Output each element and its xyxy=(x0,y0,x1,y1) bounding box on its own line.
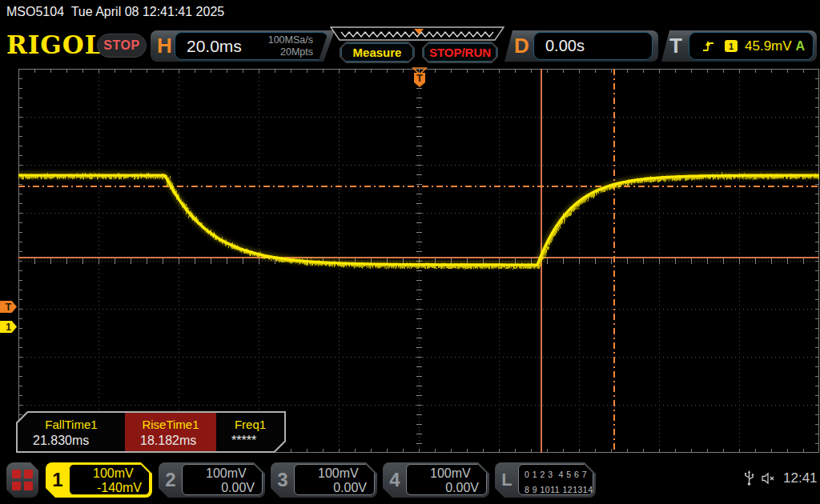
horizontal-panel: 20.0ms 100MSa/s 20Mpts xyxy=(175,32,328,60)
channel1-number: 1 xyxy=(46,462,70,498)
memory-position-strip[interactable] xyxy=(330,26,504,41)
digital-channels-row2: 8 9 1011 12131415 xyxy=(525,482,585,497)
trigger-level-flag[interactable]: T xyxy=(0,301,17,313)
trigger-level-flag-letter: T xyxy=(6,302,11,313)
falltime-label: FallTime1 xyxy=(18,418,125,431)
measurement-results-box: FallTime1 21.830ms RiseTime1 18.182ms Fr… xyxy=(16,411,286,453)
trigger-edge-icon xyxy=(702,40,715,53)
measure-button-label: Measure xyxy=(353,46,402,59)
channel1-offset: -140mV xyxy=(75,481,142,495)
clock: 12:41 xyxy=(783,470,818,486)
channel3-scale: 100mV xyxy=(318,466,359,481)
channel1-ground-flag-label: 1 xyxy=(6,322,11,333)
channel4-scale: 100mV xyxy=(430,466,471,481)
channel1-ground-flag[interactable]: 1 xyxy=(0,321,17,333)
memory-waveform-icon xyxy=(330,26,504,41)
usb-icon xyxy=(743,470,755,486)
channel2-box[interactable]: 2 100mV 0.00V xyxy=(159,462,265,498)
freq-value: ***** xyxy=(216,434,284,448)
delay-panel: 0.00s xyxy=(533,32,653,60)
trigger-block[interactable]: T 1 45.9mV A xyxy=(661,30,817,62)
measurement-falltime[interactable]: FallTime1 21.830ms xyxy=(18,413,125,451)
measure-button[interactable]: Measure xyxy=(340,42,415,63)
logic-analyzer-label: L xyxy=(495,462,519,498)
freq-label: Freq1 xyxy=(216,418,284,431)
measurement-freq[interactable]: Freq1 ***** xyxy=(216,413,284,451)
run-state-badge: STOP xyxy=(97,34,147,58)
trigger-level-value: 45.9mV xyxy=(745,38,792,54)
channel2-scale: 100mV xyxy=(206,466,247,481)
channel4-offset: 0.00V xyxy=(412,481,479,495)
measurement-risetime[interactable]: RiseTime1 18.182ms xyxy=(125,413,216,451)
channel2-number: 2 xyxy=(159,462,183,498)
timebase-value: 20.0ms xyxy=(187,37,242,56)
menu-button[interactable] xyxy=(6,462,38,498)
channel2-offset: 0.00V xyxy=(188,481,255,495)
stop-run-button[interactable]: STOP/RUN xyxy=(422,42,498,63)
model-and-datetime: MSO5104 Tue April 08 12:41:41 2025 xyxy=(6,5,224,19)
digital-channels-row1: 0 1 2 3 4 5 6 7 xyxy=(525,466,585,482)
channel1-box[interactable]: 1 100mV -140mV xyxy=(46,462,152,498)
run-state-text: STOP xyxy=(103,38,139,53)
trigger-mode: A xyxy=(795,39,805,54)
status-icons: 12:41 xyxy=(743,470,818,486)
horizontal-timebase-block[interactable]: H 20.0ms 100MSa/s 20Mpts xyxy=(151,30,335,62)
trigger-position-marker[interactable]: T xyxy=(407,66,432,91)
channel3-offset: 0.00V xyxy=(300,481,367,495)
delay-value: 0.00s xyxy=(545,37,585,55)
rigol-logo: RIGOL xyxy=(6,30,103,59)
risetime-value: 18.182ms xyxy=(125,434,216,448)
channel4-number: 4 xyxy=(383,462,407,498)
stop-run-button-label: STOP/RUN xyxy=(429,46,491,59)
menu-grid-icon xyxy=(12,470,33,490)
timestamp-bar: MSO5104 Tue April 08 12:41:41 2025 xyxy=(0,0,820,24)
horizontal-label: H xyxy=(157,34,172,58)
trigger-position-marker-letter: T xyxy=(416,72,423,84)
graticule: T xyxy=(18,69,819,453)
sample-rate: 100MSa/s xyxy=(268,34,313,46)
trigger-panel: 1 45.9mV A xyxy=(689,32,814,60)
trigger-source-badge: 1 xyxy=(725,40,738,52)
channel4-box[interactable]: 4 100mV 0.00V xyxy=(383,462,489,498)
falltime-value: 21.830ms xyxy=(18,434,125,448)
logic-analyzer-box[interactable]: L 0 1 2 3 4 5 6 7 8 9 1011 12131415 xyxy=(495,462,596,498)
trigger-label: T xyxy=(669,34,682,58)
channel1-waveform xyxy=(18,69,819,453)
channel1-scale: 100mV xyxy=(93,466,134,481)
delay-label: D xyxy=(514,34,529,58)
risetime-label: RiseTime1 xyxy=(125,418,216,431)
memory-depth: 20Mpts xyxy=(268,46,313,58)
sound-muted-icon xyxy=(762,472,777,485)
channel3-box[interactable]: 3 100mV 0.00V xyxy=(271,462,377,498)
delay-block[interactable]: D 0.00s xyxy=(504,30,658,62)
acquisition-info: 100MSa/s 20Mpts xyxy=(268,34,313,58)
channel3-number: 3 xyxy=(271,462,295,498)
